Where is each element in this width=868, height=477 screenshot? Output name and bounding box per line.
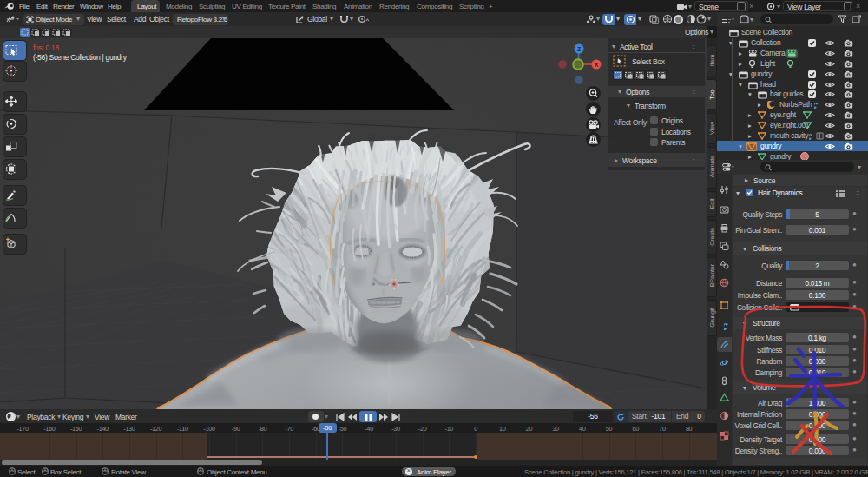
svg-text:X: X xyxy=(595,62,599,68)
